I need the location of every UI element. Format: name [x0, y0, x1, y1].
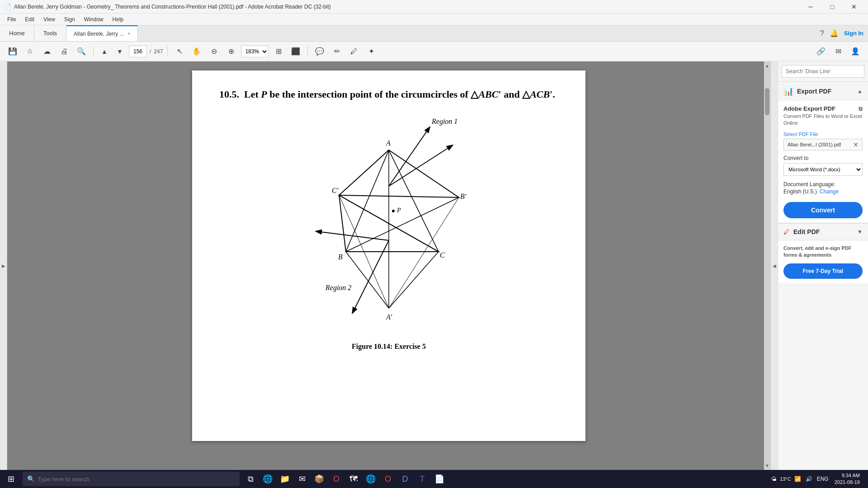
total-pages: 247 [154, 48, 163, 55]
taskbar: ⊞ 🔍 ⧉ 🌐 📁 ✉ 📦 O 🗺 🌐 O D T 📄 🌤 13°C 📶 🔊 E… [0, 470, 868, 488]
convert-button[interactable]: Convert [783, 202, 863, 218]
bell-icon[interactable]: 🔔 [830, 29, 839, 38]
svg-line-12 [389, 150, 439, 252]
tab-document-label: Allan Berele, Jerry ... [74, 31, 124, 37]
scroll-down-arrow[interactable]: ▼ [763, 461, 770, 470]
pan-tool-button[interactable]: ✋ [189, 44, 204, 59]
highlight-button[interactable]: 🖊 [347, 44, 361, 59]
speaker-icon[interactable]: 🔊 [804, 476, 814, 482]
comment-button[interactable]: 💬 [312, 44, 327, 59]
signin-button[interactable]: Sign In [844, 30, 863, 37]
taskbar-discord-icon[interactable]: D [397, 471, 413, 487]
taskbar-acrobat-icon[interactable]: 📄 [431, 471, 448, 487]
taskbar-mail-icon[interactable]: ✉ [294, 471, 310, 487]
tab-document[interactable]: Allan Berele, Jerry ... × [66, 25, 138, 41]
window-title: Allan Berele, Jerry Goldman - Geometry_ … [14, 4, 331, 10]
doc-language-change-link[interactable]: Change [820, 188, 839, 195]
select-pdf-link[interactable]: Select PDF File [783, 131, 863, 137]
edit-pdf-title: Edit PDF [793, 228, 820, 235]
page-number-input[interactable] [129, 46, 147, 57]
scroll-up-arrow[interactable]: ▲ [763, 61, 770, 70]
right-panel-collapse[interactable]: ◀ [770, 61, 778, 470]
convert-to-select[interactable]: Microsoft Word (*.docx) Microsoft Excel … [783, 163, 863, 176]
print-button[interactable]: 🖨 [57, 44, 71, 59]
start-button[interactable]: ⊞ [2, 470, 20, 488]
account-button[interactable]: 👤 [848, 44, 863, 59]
email-button[interactable]: ✉ [831, 44, 845, 59]
share-button[interactable]: 🔗 [814, 44, 828, 59]
cloud-button[interactable]: ☁ [40, 44, 54, 59]
bookmark-button[interactable]: ☆ [23, 44, 37, 59]
minimize-button[interactable]: ─ [800, 0, 821, 14]
title-bar: 📄 Allan Berele, Jerry Goldman - Geometry… [0, 0, 868, 14]
draw-line-search-input[interactable] [782, 65, 864, 78]
network-icon[interactable]: 📶 [793, 476, 802, 482]
taskbar-search-input[interactable] [38, 476, 235, 483]
pdf-scrollbar[interactable]: ▲ ▼ [764, 61, 770, 470]
taskbar-chrome-icon[interactable]: 🌐 [363, 471, 379, 487]
zoom-select[interactable]: 183% 100% 150% 200% [241, 46, 269, 57]
svg-text:A′: A′ [386, 313, 392, 321]
taskbar-opera-icon[interactable]: O [328, 471, 344, 487]
scroll-thumb[interactable] [765, 88, 769, 115]
weather-icon[interactable]: 🌤 [770, 476, 778, 482]
figure-caption: Figure 10.14: Exercise 5 [352, 343, 426, 351]
tab-home[interactable]: Home [0, 25, 34, 41]
copy-icon[interactable]: ⧉ [859, 106, 863, 112]
maximize-button[interactable]: □ [822, 0, 843, 14]
taskbar-explorer-icon[interactable]: 📁 [277, 471, 293, 487]
export-pdf-icon: 📊 [783, 86, 793, 96]
help-icon[interactable]: ? [820, 29, 824, 38]
draw-button[interactable]: ✏ [330, 44, 344, 59]
fit-page-button[interactable]: ⊞ [271, 44, 286, 59]
taskbar-office-icon[interactable]: O [380, 471, 396, 487]
adobe-export-desc: Convert PDF Files to Word or Excel Onlin… [783, 113, 863, 127]
main-layout: ▶ 10.5. Let P be the intersection point … [0, 61, 868, 470]
fit-width-button[interactable]: ⬛ [288, 44, 303, 59]
taskbar-teams-icon[interactable]: T [414, 471, 430, 487]
doc-language-row: Document Language: [783, 181, 863, 188]
zoom-out-button[interactable]: ⊖ [207, 44, 221, 59]
export-pdf-header-left: 📊 Export PDF [783, 86, 831, 96]
taskbar-edge-icon[interactable]: 🌐 [259, 471, 276, 487]
edit-pdf-header[interactable]: 🖊 Edit PDF ▼ [778, 224, 868, 240]
save-button[interactable]: 💾 [5, 44, 20, 59]
clock-display[interactable]: 9:34 AM 2021-08-19 [832, 472, 863, 486]
close-button[interactable]: ✕ [844, 0, 864, 14]
taskbar-maps-icon[interactable]: 🗺 [345, 471, 362, 487]
export-pdf-header[interactable]: 📊 Export PDF ▲ [778, 82, 868, 101]
app-icon: 📄 [4, 3, 11, 10]
menu-sign[interactable]: Sign [61, 15, 79, 24]
prev-page-button[interactable]: ▲ [98, 45, 111, 58]
pdf-content[interactable]: 10.5. Let P be the intersection point of… [7, 61, 770, 470]
tab-close-button[interactable]: × [127, 31, 130, 36]
svg-text:C: C [440, 251, 445, 259]
zoom-in-button[interactable]: ⊕ [224, 44, 238, 59]
trial-button[interactable]: Free 7-Day Trial [783, 263, 863, 279]
svg-point-15 [392, 210, 395, 212]
svg-line-1 [389, 145, 452, 186]
svg-marker-4 [339, 150, 459, 197]
pdf-figure: Region 1 Region 2 A C′ B′ B C A′ P [298, 114, 479, 331]
taskbar-dropbox-icon[interactable]: 📦 [311, 471, 327, 487]
search-button[interactable]: 🔍 [74, 44, 89, 59]
left-panel-collapse[interactable]: ▶ [0, 61, 7, 470]
next-page-button[interactable]: ▼ [113, 45, 126, 58]
menu-bar: File Edit View Sign Window Help [0, 14, 868, 25]
convert-to-label: Convert to [783, 155, 863, 161]
svg-line-0 [389, 127, 429, 186]
pdf-theorem-text: 10.5. Let P be the intersection point of… [219, 89, 558, 100]
svg-text:P: P [396, 207, 401, 214]
tab-tools[interactable]: Tools [34, 25, 66, 41]
menu-view[interactable]: View [40, 15, 59, 24]
task-view-button[interactable]: ⧉ [242, 471, 259, 487]
taskbar-search-bar[interactable]: 🔍 [23, 472, 240, 486]
stamp-button[interactable]: ✦ [364, 44, 378, 59]
menu-window[interactable]: Window [80, 15, 107, 24]
menu-help[interactable]: Help [109, 15, 127, 24]
select-tool-button[interactable]: ↖ [172, 44, 187, 59]
tab-right-icons: ? 🔔 Sign In [816, 25, 868, 41]
menu-edit[interactable]: Edit [21, 15, 38, 24]
menu-file[interactable]: File [4, 15, 19, 24]
remove-file-button[interactable]: ✕ [853, 141, 859, 148]
